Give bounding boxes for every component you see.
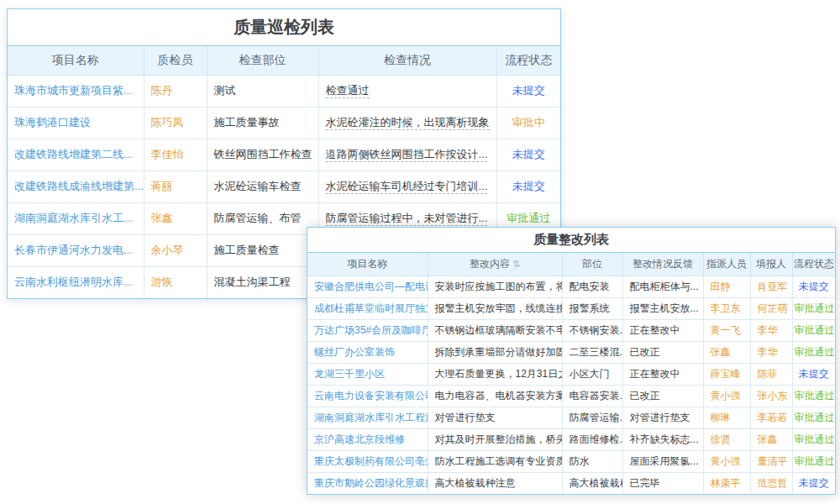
- cell-feedback: 已改正: [622, 341, 703, 363]
- cell-status: 审批通过: [792, 385, 835, 407]
- project-link[interactable]: 云南水利枢纽潜明水库...: [14, 276, 133, 288]
- project-link[interactable]: 成都杜甫草堂临时展厅独立展...: [314, 302, 428, 314]
- project-link[interactable]: 螺丝厂办公室装饰: [314, 346, 395, 358]
- cell-status: 未提交: [496, 171, 560, 202]
- cell-content: 高大植被栽种注意: [428, 472, 562, 494]
- project-link[interactable]: 安徽合肥供电公司—配电设备...: [314, 281, 428, 292]
- cell-inspector: 李佳怡: [144, 139, 207, 171]
- cell-text: 对其及时开展整治措施，桥头...: [435, 433, 563, 445]
- cell-text: 不锈钢边框玻璃隔断安装不牢...: [435, 324, 563, 336]
- cell-assignee: 柳琳: [703, 407, 750, 428]
- person-name: 李佳怡: [151, 148, 184, 160]
- cell-feedback: 已改正: [622, 385, 703, 407]
- cell-reporter: 陈菲: [750, 363, 792, 385]
- column-header-part: 部位: [562, 253, 622, 276]
- project-link[interactable]: 重庆太极制药有限公司亳州中...: [314, 455, 428, 467]
- cell-content: 电力电容器、电机器安装方案,...: [428, 385, 562, 407]
- column-label: 检查情况: [384, 53, 431, 66]
- cell-text: 铁丝网围挡工作检查: [214, 148, 312, 160]
- cell-text: 施工质量检查: [214, 244, 280, 256]
- cell-inspector: 蒋丽: [144, 171, 207, 202]
- rectification-table-body: 安徽合肥供电公司—配电设备...安装时应按施工图的布置，将...配电安装配电柜柜…: [307, 276, 835, 494]
- person-name: 肖亚军: [758, 281, 788, 292]
- status-badge: 审批通过: [795, 412, 835, 423]
- cell-part: 小区大门: [562, 363, 622, 385]
- project-link[interactable]: 京沪高速北京段维修: [314, 433, 405, 445]
- person-name: 范思哲: [758, 477, 788, 489]
- cell-inspector: 游恢: [144, 266, 207, 298]
- cell-text: 大理石质量更换，12月31日之...: [435, 368, 563, 380]
- cell-content: 防水工程施工选调有专业资质...: [428, 450, 562, 472]
- table-row: 云南电力设备安装有限公司20...电力电容器、电机器安装方案,...电容器安装.…: [307, 385, 835, 407]
- column-header-project: 项目名称: [307, 253, 428, 276]
- cell-status: 审批通过: [792, 407, 835, 428]
- table-row: 龙湖三千里小区大理石质量更换，12月31日之...小区大门正在整改中薛宝峰陈菲未…: [307, 363, 835, 385]
- cell-text: 水泥砼运输车司机经过专门培训...: [326, 180, 488, 194]
- column-header-project: 项目名称: [8, 46, 144, 75]
- project-link[interactable]: 珠海市城市更新项目紫...: [14, 84, 133, 97]
- cell-inspector: 陈巧凤: [144, 107, 207, 139]
- cell-content: 对管进行垫支: [428, 407, 562, 428]
- project-link[interactable]: 湖南洞庭湖水库引水工程施工1标: [314, 412, 428, 423]
- cell-inspector: 张鑫: [144, 202, 207, 234]
- person-name: 董清平: [758, 455, 788, 467]
- cell-text: 对管进行垫支: [435, 412, 496, 423]
- cell-text: 小区大门: [570, 368, 610, 380]
- status-badge: 审批通过: [507, 212, 550, 224]
- column-header-inspector: 质检员: [144, 46, 207, 75]
- cell-status: 审批中: [496, 107, 560, 139]
- cell-reporter: 李华: [750, 341, 792, 363]
- cell-feedback: 正在整改中: [622, 363, 703, 385]
- cell-assignee: 薛宝峰: [703, 363, 750, 385]
- project-link[interactable]: 改建铁路线成渝线增建第...: [14, 180, 144, 192]
- cell-text: 高大植被栽种注意: [435, 477, 516, 489]
- project-link[interactable]: 珠海鹤港口建设: [14, 116, 91, 129]
- cell-text: 拆除到承重墙部分请做好加固...: [435, 346, 563, 358]
- sort-icon[interactable]: ⇅: [512, 259, 520, 269]
- cell-project: 湖南洞庭湖水库引水工程施工1标: [307, 407, 428, 428]
- cell-part: 不锈钢安装...: [562, 319, 622, 341]
- column-label: 项目名称: [52, 53, 99, 66]
- cell-status: 未提交: [792, 363, 835, 385]
- cell-part: 电容器安装...: [562, 385, 622, 407]
- cell-reporter: 范思哲: [750, 472, 792, 494]
- project-link[interactable]: 改建铁路线增建第二线...: [14, 148, 133, 160]
- cell-project: 云南电力设备安装有限公司20...: [307, 385, 428, 407]
- table-row: 珠海鹤港口建设陈巧凤施工质量事故水泥砼灌注的时候，出现离析现象审批中: [8, 107, 560, 139]
- cell-status: 未提交: [496, 75, 560, 107]
- cell-assignee: 田静: [703, 276, 750, 297]
- cell-reporter: 李华: [750, 319, 792, 341]
- cell-text: 高大植被栽种: [570, 477, 623, 489]
- cell-project: 京沪高速北京段维修: [307, 428, 428, 450]
- column-label: 填报人: [756, 258, 786, 270]
- cell-text: 报警系统: [570, 302, 610, 314]
- cell-content: 不锈钢边框玻璃隔断安装不牢...: [428, 319, 562, 341]
- cell-part: 配电安装: [562, 276, 622, 297]
- person-name: 蒋丽: [151, 180, 173, 192]
- cell-assignee: 李卫东: [703, 297, 750, 319]
- person-name: 何芷萌: [758, 302, 788, 314]
- column-header-content[interactable]: 整改内容⇅: [428, 253, 562, 276]
- status-badge: 审批通过: [795, 390, 835, 402]
- cell-feedback: 屋面采用聚氯...: [622, 450, 703, 472]
- project-link[interactable]: 长春市伊通河水力发电...: [14, 244, 133, 256]
- column-label: 项目名称: [347, 258, 387, 270]
- cell-text: 电力电容器、电机器安装方案,...: [435, 390, 563, 402]
- rectification-list-panel: 质量整改列表 项目名称整改内容⇅部位整改情况反馈指派人员填报人流程状态 安徽合肥…: [307, 227, 836, 495]
- rectification-table: 项目名称整改内容⇅部位整改情况反馈指派人员填报人流程状态 安徽合肥供电公司—配电…: [307, 253, 835, 494]
- cell-status: 未提交: [792, 472, 835, 494]
- project-link[interactable]: 龙湖三千里小区: [314, 368, 385, 380]
- project-link[interactable]: 重庆市鹅岭公园绿化景观提升...: [314, 477, 428, 489]
- status-badge: 未提交: [799, 477, 829, 489]
- project-link[interactable]: 云南电力设备安装有限公司20...: [314, 390, 428, 402]
- column-label: 整改内容: [470, 258, 510, 270]
- project-link[interactable]: 湖南洞庭湖水库引水工...: [14, 212, 133, 224]
- cell-reporter: 何芷萌: [750, 297, 792, 319]
- cell-situation: 道路两侧铁丝网围挡工作按设计...: [318, 139, 496, 171]
- project-link[interactable]: 万达广场35#会所及咖啡厅空...: [314, 324, 428, 336]
- cell-part: 施工质量检查: [207, 234, 318, 266]
- cell-text: 配电安装: [570, 281, 610, 292]
- cell-project: 安徽合肥供电公司—配电设备...: [307, 276, 428, 297]
- person-name: 黄小强: [711, 455, 741, 467]
- person-name: 张鑫: [758, 433, 778, 445]
